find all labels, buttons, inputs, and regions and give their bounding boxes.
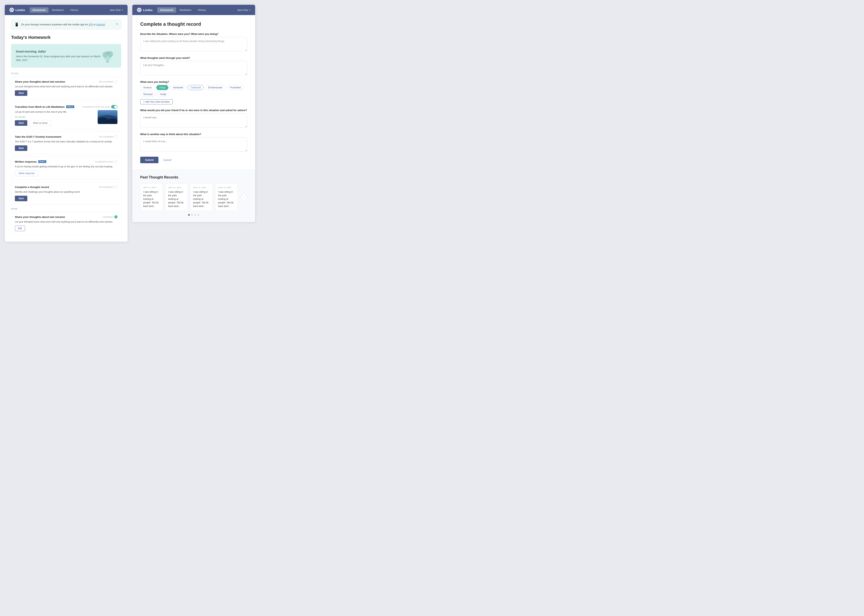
right-nav-meditation[interactable]: Meditation (177, 7, 194, 13)
task-desc-4: If you're having trouble getting motivat… (15, 165, 118, 168)
task-header-3: Take the GAD-7 Anxiety Assessment Not co… (15, 135, 118, 138)
chip-embarrassed[interactable]: Embarrassed (205, 85, 225, 90)
record-card-1[interactable]: JULY 4, 2017 I was sitting in the park l… (140, 184, 163, 211)
task-status-5: Not completed (99, 185, 118, 189)
record-date-2: JULY 4, 2017 (168, 186, 185, 189)
chip-confused[interactable]: Confused (188, 85, 204, 90)
left-nav-history[interactable]: History (68, 7, 81, 13)
task-header-done: Share your thoughts about last session C… (15, 215, 118, 218)
left-logo-icon (9, 8, 14, 12)
friend-advice-label: What would you tell your friend if he or… (140, 109, 247, 112)
task-status-4: Completed 0 times (95, 160, 118, 163)
friend-advice-section: What would you tell your friend if he or… (140, 109, 247, 128)
thoughts-label: What thoughts went through your mind? (140, 57, 247, 60)
chip-stressed[interactable]: Stressed (140, 92, 156, 97)
task-row-with-thumb: Let go of work and connect to the rest o… (15, 110, 118, 126)
task-badge-daily: DAILY (66, 105, 74, 108)
task-header-5: Complete a thought record Not completed (15, 185, 118, 189)
add-emotion-button[interactable]: + Add Your Own Emotion (140, 99, 173, 104)
task-share-thoughts: Share your thoughts about last session N… (11, 77, 121, 99)
greeting-body: Here's the homework Dr. Sean assigned yo… (16, 55, 101, 62)
greeting-card: Good morning, Sally! Here's the homework… (11, 44, 121, 68)
record-card-4[interactable]: JULY 4, 2017 I was sitting in the park l… (215, 184, 238, 211)
dot-3[interactable] (195, 214, 196, 216)
ios-link[interactable]: iOS (88, 23, 93, 26)
task-status-2: Completed 3 times this week (82, 105, 118, 108)
left-nav-homework[interactable]: Homework (30, 7, 48, 13)
left-nav-meditation[interactable]: Meditation (49, 7, 67, 13)
dot-4[interactable] (198, 214, 199, 216)
greeting-illustration (101, 48, 116, 64)
record-card-3[interactable]: JULY 4, 2017 I was sitting in the park l… (190, 184, 213, 211)
record-text-2: I was sitting in the park looking at peo… (168, 190, 185, 208)
left-panel: Limbix Homework Meditation History Jane … (5, 5, 127, 242)
task-meditation: Transition from Work to Life Meditation … (11, 102, 121, 129)
task-start-button-5[interactable]: Start (15, 196, 27, 201)
left-nav: Homework Meditation History (30, 7, 105, 13)
greeting-headline: Good morning, Sally! (16, 50, 101, 53)
right-nav: Homework Meditation History (157, 7, 232, 13)
greeting-text: Good morning, Sally! Here's the homework… (16, 50, 101, 62)
task-write-response-button[interactable]: Write response (15, 170, 38, 176)
chip-frustrated[interactable]: Frustrated (227, 85, 244, 90)
task-meta-2: 10 minutes (15, 116, 94, 118)
left-user-menu[interactable]: Jane Doe ▾ (110, 8, 123, 11)
task-done-share: Share your thoughts about last session C… (11, 212, 121, 234)
thoughts-section: What thoughts went through your mind? (140, 57, 247, 76)
task-actions-2: Start Mark as done (15, 120, 94, 126)
task-header-4: Written response DAILY Completed 0 times (15, 160, 118, 163)
chip-guilty[interactable]: Guilty (157, 92, 169, 97)
chip-angry[interactable]: Angry (156, 85, 168, 90)
right-nav-history[interactable]: History (195, 7, 209, 13)
right-logo-text: Limbix (143, 8, 152, 12)
alternative-section: What is another way to think about this … (140, 133, 247, 152)
record-date-3: JULY 4, 2017 (193, 186, 210, 189)
svg-point-0 (11, 9, 13, 11)
todo-section-label: TO DO (11, 72, 121, 75)
carousel-dots (140, 214, 247, 216)
task-circle-4 (114, 160, 118, 163)
record-cards: JULY 4, 2017 I was sitting in the park l… (140, 184, 238, 211)
submit-button[interactable]: Submit (140, 157, 159, 163)
task-desc-1: Let your therapist know what went well a… (15, 85, 118, 88)
mobile-app-banner: 📱 Do your therapy homework anywhere with… (11, 20, 121, 29)
task-edit-button[interactable]: Edit (15, 226, 25, 231)
task-start-button-3[interactable]: Start (15, 145, 27, 151)
task-row-content: Let go of work and connect to the rest o… (15, 110, 94, 126)
record-date-1: JULY 4, 2017 (143, 186, 160, 189)
record-card-2[interactable]: JULY 4, 2017 I was sitting in the park l… (165, 184, 188, 211)
mobile-icon: 📱 (14, 22, 19, 27)
task-desc-done: Let your therapist know what went well a… (15, 220, 118, 224)
left-content: 📱 Do your therapy homework anywhere with… (5, 15, 127, 242)
dot-2[interactable] (191, 214, 193, 216)
feelings-section: What were you feeling? Anxious Angry Ash… (140, 80, 247, 104)
thoughts-textarea[interactable] (140, 61, 247, 75)
chip-anxious[interactable]: Anxious (140, 85, 155, 90)
task-circle-1 (114, 80, 118, 83)
task-circle-3 (114, 135, 118, 138)
right-user-menu[interactable]: Jane Doe ▾ (237, 8, 250, 11)
emotion-chips: Anxious Angry Ashamed Confused Embarrass… (140, 85, 247, 97)
right-nav-homework[interactable]: Homework (157, 7, 176, 13)
task-toggle-2[interactable] (111, 105, 118, 108)
cancel-button[interactable]: Cancel (160, 157, 174, 163)
left-logo: Limbix (9, 8, 25, 12)
task-start-button-1[interactable]: Start (15, 90, 27, 96)
situation-textarea[interactable]: I was sitting the park looking at all th… (140, 37, 247, 51)
right-panel: Limbix Homework Meditation History Jane … (132, 5, 255, 222)
task-title-5: Complete a thought record (15, 185, 49, 189)
task-title-2: Transition from Work to Life Meditation … (15, 105, 74, 108)
task-written-response: Written response DAILY Completed 0 times… (11, 157, 121, 180)
task-title-4: Written response DAILY (15, 160, 46, 163)
right-logo: Limbix (137, 8, 152, 12)
banner-close-icon[interactable]: ✕ (116, 22, 118, 25)
alternative-textarea[interactable] (140, 137, 247, 151)
right-chevron-down-icon: ▾ (249, 9, 250, 11)
chip-ashamed[interactable]: Ashamed (170, 85, 186, 90)
carousel-next-button[interactable]: › (241, 194, 247, 200)
friend-advice-textarea[interactable] (140, 113, 247, 127)
task-start-button-2[interactable]: Start (15, 120, 27, 126)
task-mark-done-button[interactable]: Mark as done (29, 120, 51, 126)
dot-1[interactable] (188, 214, 190, 216)
android-link[interactable]: Android (96, 23, 105, 26)
